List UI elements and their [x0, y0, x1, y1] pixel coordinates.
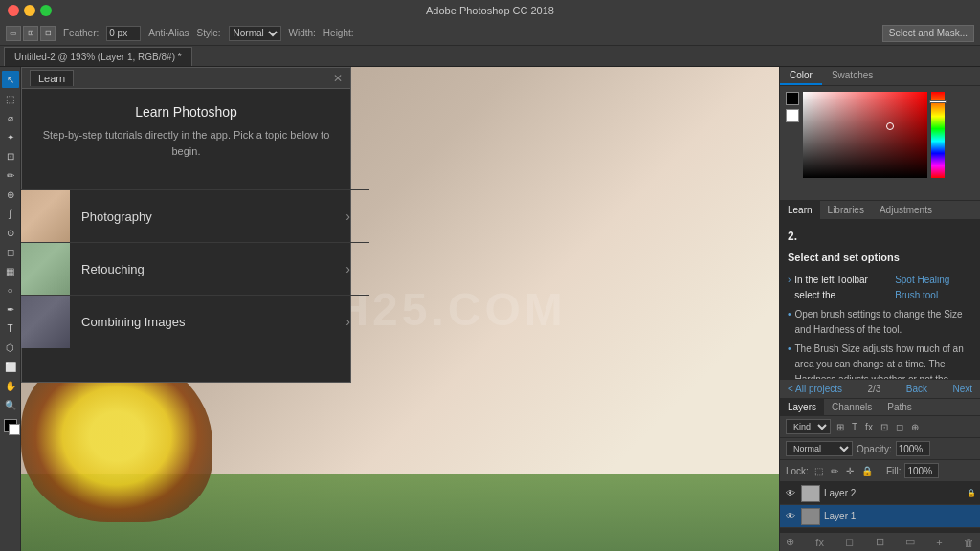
layer-1-visibility[interactable]: 👁	[784, 510, 797, 523]
paths-tab[interactable]: Paths	[880, 399, 920, 415]
layers-style-icon[interactable]: fx	[815, 537, 824, 548]
toolbar-mode-icon[interactable]: ▭	[6, 26, 21, 41]
arrow-text: In the left Toolbar select the	[794, 273, 884, 303]
feather-label: Feather:	[63, 28, 99, 38]
toolbar-mode3-icon[interactable]: ⊡	[40, 26, 56, 41]
brush-tool[interactable]: ∫	[2, 205, 19, 222]
learn-panel-content: Learn Photoshop Step-by-step tutorials d…	[22, 89, 350, 189]
document-tab[interactable]: Untitled-2 @ 193% (Layer 1, RGB/8#) *	[4, 47, 192, 66]
foreground-color[interactable]	[4, 419, 17, 432]
lock-position-icon[interactable]: ✛	[844, 466, 856, 476]
lock-transparent-icon[interactable]: ⬚	[813, 466, 825, 476]
select-mask-button[interactable]: Select and Mask...	[882, 25, 974, 42]
layers-kind-select[interactable]: Kind	[786, 419, 831, 434]
topic-combining-arrow-icon: ›	[345, 314, 350, 329]
layer-2-visibility[interactable]: 👁	[784, 487, 797, 500]
topic-retouching[interactable]: Retouching ›	[21, 242, 369, 295]
layers-group-icon[interactable]: ▭	[905, 536, 915, 548]
fill-input[interactable]	[904, 463, 939, 478]
back-link[interactable]: Back	[906, 384, 927, 394]
bullet-dot-2: •	[788, 342, 791, 379]
close-button[interactable]	[8, 5, 19, 16]
layer-1-thumb	[801, 508, 820, 525]
dodge-tool[interactable]: ○	[2, 281, 19, 298]
learn-panel-close-button[interactable]: ✕	[333, 72, 343, 85]
all-projects-link[interactable]: < All projects	[788, 384, 842, 394]
step-number: 2.	[788, 228, 972, 246]
layers-delete-icon[interactable]: 🗑	[964, 537, 974, 548]
move-tool[interactable]: ↖	[2, 71, 19, 88]
gradient-tool[interactable]: ▦	[2, 262, 19, 279]
hue-strip[interactable]	[931, 92, 945, 178]
libraries-tab[interactable]: Libraries	[820, 201, 872, 219]
color-picker-area	[780, 86, 980, 184]
minimize-button[interactable]	[24, 5, 35, 16]
next-link[interactable]: Next	[952, 384, 972, 394]
healing-brush-tool[interactable]: ⊕	[2, 186, 19, 203]
layers-type-icon[interactable]: T	[850, 422, 859, 432]
bullet-text-1: Open brush settings to change the Size a…	[795, 307, 972, 338]
lock-paint-icon[interactable]: ✏	[829, 466, 840, 476]
color-tab[interactable]: Color	[780, 67, 822, 85]
topic-combining-label: Combining Images	[81, 315, 345, 329]
layer-row-1[interactable]: 👁 Layer 1	[780, 505, 980, 528]
style-select[interactable]: Normal	[229, 26, 281, 41]
layers-adjustment-icon[interactable]: ⊡	[876, 536, 884, 548]
channels-tab[interactable]: Channels	[824, 399, 880, 415]
pen-tool[interactable]: ✒	[2, 300, 19, 318]
blend-mode-select[interactable]: Normal	[786, 441, 853, 456]
crop-tool[interactable]: ⊡	[2, 147, 19, 165]
layer-row-2[interactable]: 👁 Layer 2 🔒	[780, 482, 980, 505]
lock-all-icon[interactable]: 🔒	[859, 466, 875, 476]
width-label: Width:	[289, 28, 316, 38]
layers-new-icon[interactable]: +	[936, 537, 942, 548]
layers-smart-icon[interactable]: ⊕	[909, 422, 921, 432]
spot-healing-link[interactable]: Spot Healing Brush tool	[895, 273, 972, 303]
adjustments-tab[interactable]: Adjustments	[872, 201, 940, 219]
learn-panel-main-title: Learn Photoshop	[41, 104, 331, 120]
app-title: Adobe Photoshop CC 2018	[426, 5, 554, 16]
topic-combining[interactable]: Combining Images ›	[21, 295, 369, 347]
layers-color-icon[interactable]: ◻	[894, 422, 905, 432]
layers-panel-tabs: Layers Channels Paths	[780, 399, 980, 416]
options-bar: ▭ ⊞ ⊡ Feather: Anti-Alias Style: Normal …	[0, 21, 980, 46]
shape-tool[interactable]: ⬜	[2, 358, 19, 375]
layers-mask-icon[interactable]: ◻	[845, 536, 854, 548]
learn-tab[interactable]: Learn	[780, 201, 820, 219]
magic-wand-tool[interactable]: ✦	[2, 128, 19, 145]
eyedropper-tool[interactable]: ✏	[2, 166, 19, 184]
opacity-input[interactable]	[896, 441, 930, 456]
lasso-tool[interactable]: ⌀	[2, 109, 19, 126]
layers-effect-icon[interactable]: fx	[863, 422, 875, 432]
layers-mode-icon[interactable]: ⊡	[879, 422, 890, 432]
clone-tool[interactable]: ⊙	[2, 224, 19, 241]
topic-photography[interactable]: Photography ›	[21, 189, 369, 242]
background-color[interactable]	[9, 424, 20, 435]
feather-input[interactable]	[106, 26, 141, 41]
path-tool[interactable]: ⬡	[2, 339, 19, 356]
toolbar-mode2-icon[interactable]: ⊞	[23, 26, 38, 41]
layers-toolbar: Kind ⊞ T fx ⊡ ◻ ⊕	[780, 416, 980, 438]
foreground-color-swatch[interactable]	[786, 92, 799, 105]
swatches-tab[interactable]: Swatches	[822, 67, 882, 85]
color-swatches-fg-bg	[786, 92, 799, 178]
layer-2-name: Layer 2	[824, 488, 963, 498]
color-gradient-picker[interactable]	[803, 92, 927, 178]
eraser-tool[interactable]: ◻	[2, 243, 19, 260]
topic-photography-arrow-icon: ›	[345, 209, 350, 224]
tool-icon-group: ▭ ⊞ ⊡	[6, 26, 56, 41]
maximize-button[interactable]	[40, 5, 52, 16]
zoom-tool[interactable]: 🔍	[2, 396, 19, 413]
step-title: Select and set options	[788, 250, 972, 267]
bullet-dot-1: •	[788, 307, 791, 338]
hand-tool[interactable]: ✋	[2, 377, 19, 394]
layers-filter-icon[interactable]: ⊞	[835, 422, 846, 432]
background-color-swatch[interactable]	[786, 109, 799, 122]
layers-tab[interactable]: Layers	[780, 399, 824, 415]
learn-panel-title-tab[interactable]: Learn	[30, 70, 74, 86]
text-tool[interactable]: T	[2, 320, 19, 337]
layers-link-icon[interactable]: ⊕	[786, 536, 794, 548]
select-tool[interactable]: ⬚	[2, 90, 19, 107]
pagination: < All projects 2/3 Back Next	[780, 379, 980, 398]
adjust-panel: Learn Libraries Adjustments 2. Select an…	[780, 201, 980, 398]
